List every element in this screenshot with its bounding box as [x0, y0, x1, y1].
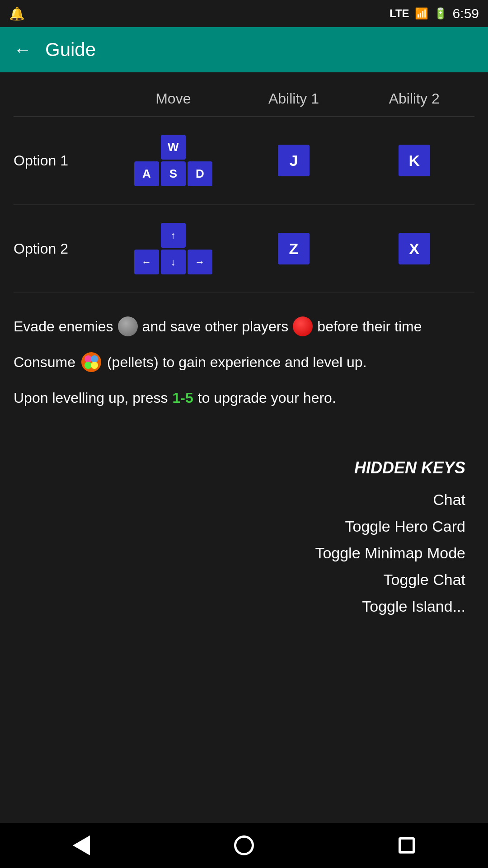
option1-ability1-key: J: [234, 145, 354, 176]
key-arrow-down: ↓: [161, 250, 186, 274]
key-s: S: [161, 161, 186, 186]
hidden-key-item: Toggle Island...: [14, 598, 465, 615]
option2-move-keys: ↑ ← ↓ →: [113, 223, 234, 274]
key-x: X: [399, 233, 430, 264]
svg-point-2: [91, 355, 98, 363]
consume-text-part2: (pellets) to gain experience and level u…: [107, 351, 367, 373]
wasd-key-group: W A S D: [134, 135, 212, 186]
option2-label: Option 2: [14, 241, 113, 257]
key-w: W: [161, 135, 186, 160]
main-content: Move Ability 1 Ability 2 Option 1 W A S …: [0, 72, 488, 633]
hidden-keys-section: HIDDEN KEYS Chat Toggle Hero Card Toggle…: [14, 458, 474, 615]
key-z: Z: [278, 233, 310, 264]
consume-text-part1: Consume: [14, 351, 75, 373]
key-a: A: [134, 161, 159, 186]
key-j: J: [278, 145, 310, 176]
table-header: Move Ability 1 Ability 2: [14, 81, 474, 117]
table-row: Option 2 ↑ ← ↓ → Z X: [14, 205, 474, 293]
nav-home-icon: [234, 835, 254, 855]
svg-point-1: [84, 355, 92, 363]
nav-back-button[interactable]: [63, 827, 99, 863]
svg-point-4: [91, 362, 98, 369]
battery-icon: 🔋: [434, 7, 447, 20]
nav-recents-button[interactable]: [389, 827, 425, 863]
consume-line: Consume (pellets) to gain experience and…: [14, 351, 474, 373]
status-bar: 🔔 LTE 📶 🔋 6:59: [0, 0, 488, 27]
lte-indicator: LTE: [389, 7, 409, 20]
level-text: Upon levelling up, press: [14, 387, 168, 409]
app-bar: ← Guide: [0, 27, 488, 72]
key-k: K: [399, 145, 430, 176]
option1-ability2-key: K: [354, 145, 474, 176]
table-row: Option 1 W A S D J K: [14, 117, 474, 205]
pellet-icon: [80, 351, 103, 373]
col-header-move: Move: [113, 90, 234, 107]
page-title: Guide: [45, 39, 96, 61]
evade-text-part3: before their time: [317, 316, 422, 337]
hidden-key-item: Toggle Chat: [14, 571, 465, 589]
key-d: D: [188, 161, 212, 186]
notification-icon: 🔔: [9, 6, 25, 21]
svg-point-0: [81, 352, 101, 372]
evade-line: Evade enemies and save other players bef…: [14, 316, 474, 337]
key-arrow-up: ↑: [161, 223, 186, 248]
hidden-key-item: Toggle Minimap Mode: [14, 544, 465, 562]
clock: 6:59: [453, 6, 479, 21]
svg-point-3: [84, 362, 92, 369]
status-bar-right: LTE 📶 🔋 6:59: [389, 6, 479, 21]
col-header-ability1: Ability 1: [234, 90, 354, 107]
key-arrow-left: ←: [134, 250, 159, 274]
signal-icon: 📶: [415, 7, 428, 20]
option1-move-keys: W A S D: [113, 135, 234, 186]
arrow-key-group: ↑ ← ↓ →: [134, 223, 212, 274]
hidden-key-item: Chat: [14, 491, 465, 509]
enemy-gray-circle: [118, 316, 138, 336]
nav-back-icon: [73, 835, 90, 855]
status-bar-left: 🔔: [9, 6, 25, 21]
bottom-nav: [0, 823, 488, 868]
back-button[interactable]: ←: [14, 40, 32, 60]
col-header-empty: [14, 90, 113, 107]
col-header-ability2: Ability 2: [354, 90, 474, 107]
option1-label: Option 1: [14, 152, 113, 169]
level-highlight: 1-5: [173, 387, 193, 409]
hidden-keys-title: HIDDEN KEYS: [14, 458, 465, 477]
option2-ability2-key: X: [354, 233, 474, 264]
evade-text-part1: Evade enemies: [14, 316, 113, 337]
info-section: Evade enemies and save other players bef…: [14, 293, 474, 431]
level-line: Upon levelling up, press 1-5 to upgrade …: [14, 387, 474, 409]
option2-ability1-key: Z: [234, 233, 354, 264]
nav-home-button[interactable]: [226, 827, 262, 863]
key-arrow-right: →: [188, 250, 212, 274]
level-suffix: to upgrade your hero.: [198, 387, 336, 409]
enemy-red-circle: [293, 316, 313, 336]
nav-recents-icon: [399, 837, 415, 854]
evade-text-part2: and save other players: [142, 316, 289, 337]
hidden-key-item: Toggle Hero Card: [14, 518, 465, 535]
